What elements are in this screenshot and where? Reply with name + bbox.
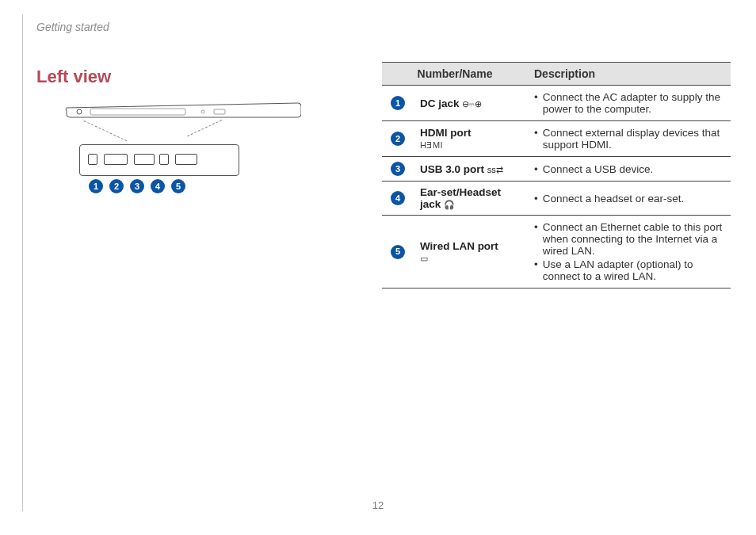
row-number-cell: 3 [382,157,415,182]
port-name-label: USB 3.0 port [420,163,487,175]
row-name-cell: HDMI portHƎMI [415,121,529,157]
port-glyph-icon: ▭ [420,254,523,264]
diagram-marker-5: 5 [171,179,185,193]
description-text: Connect a USB device. [543,163,654,175]
row-name-cell: Ear-set/Headset jack 🎧 [415,182,529,216]
description-text: Connect a headset or ear-set. [543,193,685,204]
port-name-label: DC jack [420,97,462,109]
diagram-zoom-callout: 12345 [79,120,285,192]
table-row: 4Ear-set/Headset jack 🎧Connect a headset… [382,182,731,216]
description-bullet: Connect a headset or ear-set. [534,192,724,205]
table-row: 1DC jack ⊖⎓⊕Connect the AC adapter to su… [382,86,731,121]
row-number-cell: 4 [382,182,415,216]
row-number-cell: 2 [382,121,415,157]
chapter-title: Getting started [36,21,109,33]
port-name-label: Wired LAN port [420,240,498,252]
diagram-marker-4: 4 [151,179,165,193]
diagram-marker-2: 2 [109,179,124,193]
section-title: Left view [36,67,111,87]
laptop-side-outline [63,98,301,122]
table-row: 3USB 3.0 port ss⇄Connect a USB device. [382,157,731,182]
port-lan-icon [175,154,197,165]
diagram-marker-3: 3 [130,179,144,193]
row-number-cell: 5 [382,216,415,289]
ports-table: Number/Name Description 1DC jack ⊖⎓⊕Conn… [382,62,731,289]
row-name-cell: DC jack ⊖⎓⊕ [415,86,529,121]
port-audio-jack-icon [159,154,169,165]
port-hdmi-icon [104,154,128,165]
row-number-badge: 5 [391,245,405,259]
row-name-cell: USB 3.0 port ss⇄ [415,157,529,182]
row-description-cell: Connect the AC adapter to supply the pow… [529,86,731,121]
row-number-cell: 1 [382,86,415,121]
port-glyph-icon: ⊖⎓⊕ [462,99,482,109]
port-name-label: Ear-set/Headset jack [420,186,501,210]
row-number-badge: 1 [391,96,405,110]
page-number: 12 [0,499,756,511]
table-header-number: Number/Name [382,63,529,86]
description-bullet: Connect the AC adapter to supply the pow… [534,90,724,116]
row-name-cell: Wired LAN port▭ [415,216,529,289]
left-view-diagram: 12345 [63,95,301,198]
row-number-badge: 3 [391,162,405,176]
row-description-cell: Connect an Ethernet cable to this port w… [529,216,731,289]
port-glyph-icon: ss⇄ [487,165,503,174]
row-description-cell: Connect a USB device. [529,157,731,182]
description-bullet: Use a LAN adapter (optional) to connect … [534,258,724,283]
table-row: 5Wired LAN port▭Connect an Ethernet cabl… [382,216,731,289]
description-bullet: Connect a USB device. [534,162,724,176]
row-description-cell: Connect external display devices that su… [529,121,731,157]
diagram-number-markers: 12345 [89,179,185,193]
page-left-rule [22,14,23,511]
port-name-label: HDMI port [420,127,472,139]
table-row: 2HDMI portHƎMIConnect external display d… [382,121,731,157]
row-description-cell: Connect a headset or ear-set. [529,182,731,216]
zoom-ports-panel [79,144,239,176]
table-header-description: Description [529,63,731,86]
description-bullet: Connect an Ethernet cable to this port w… [534,220,724,258]
description-text: Connect the AC adapter to supply the pow… [543,91,724,115]
description-bullet: Connect external display devices that su… [534,126,724,151]
description-text: Connect external display devices that su… [543,127,724,151]
port-glyph-icon: 🎧 [444,200,455,209]
row-number-badge: 4 [391,191,405,205]
row-number-badge: 2 [391,132,405,146]
description-text: Connect an Ethernet cable to this port w… [543,221,724,257]
diagram-marker-1: 1 [89,179,103,193]
port-dc-jack-icon [88,154,97,165]
description-text: Use a LAN adapter (optional) to connect … [543,258,724,282]
port-usb-icon [134,154,155,165]
port-glyph-icon: HƎMI [420,140,523,151]
